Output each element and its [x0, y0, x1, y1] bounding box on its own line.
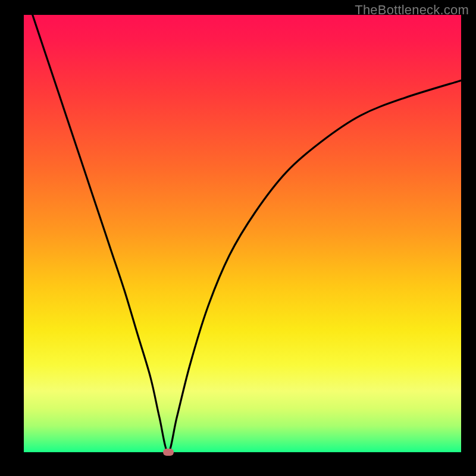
optimum-marker	[163, 449, 174, 456]
chart-frame: TheBottleneck.com	[0, 0, 476, 476]
bottleneck-curve	[24, 15, 461, 452]
plot-area	[24, 15, 461, 452]
